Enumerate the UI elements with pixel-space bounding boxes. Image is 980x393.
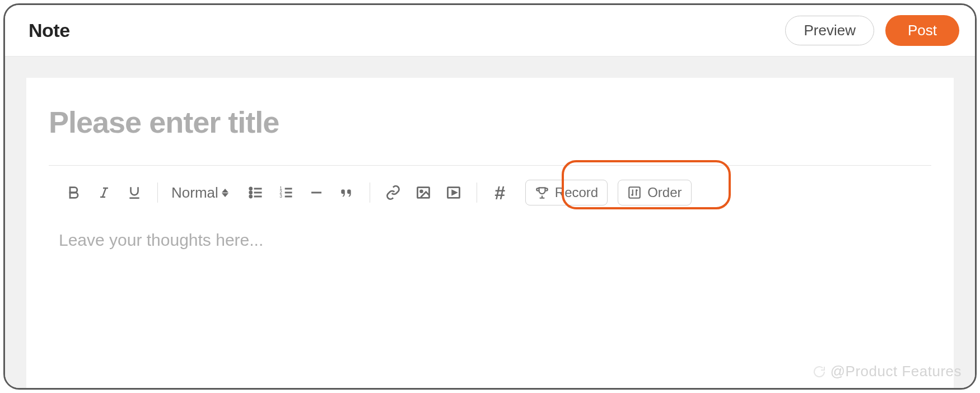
sort-caret-icon <box>222 189 228 197</box>
underline-icon <box>127 184 142 201</box>
content-area: Normal 123 <box>5 57 975 388</box>
insert-group: Record Order <box>525 180 692 205</box>
svg-rect-21 <box>629 187 640 198</box>
numbered-list-icon: 123 <box>277 185 296 200</box>
underline-button[interactable] <box>119 179 150 206</box>
numbered-list-button[interactable]: 123 <box>271 179 301 206</box>
italic-button[interactable] <box>89 179 119 206</box>
hash-icon: # <box>494 182 505 204</box>
video-button[interactable] <box>438 179 469 206</box>
horizontal-rule-button[interactable] <box>301 179 332 206</box>
preview-button[interactable]: Preview <box>785 16 874 45</box>
svg-point-8 <box>250 191 252 194</box>
horizontal-rule-icon <box>308 186 325 199</box>
italic-icon <box>97 184 111 201</box>
bold-icon <box>66 184 82 202</box>
hashtag-button[interactable]: # <box>485 179 515 206</box>
order-icon <box>627 185 642 200</box>
note-editor-window: Note Preview Post <box>3 3 977 390</box>
record-button-label: Record <box>555 185 598 200</box>
editor-toolbar: Normal 123 <box>49 166 931 219</box>
svg-point-18 <box>420 190 422 193</box>
editor-card: Normal 123 <box>26 78 954 388</box>
page-title: Note <box>29 20 70 41</box>
order-button-label: Order <box>647 185 682 200</box>
order-button[interactable]: Order <box>618 180 691 205</box>
quote-button[interactable] <box>332 179 362 206</box>
toolbar-separator <box>157 183 158 203</box>
text-format-select[interactable]: Normal <box>166 184 234 202</box>
video-icon <box>445 185 463 200</box>
toolbar-separator <box>477 183 477 203</box>
image-button[interactable] <box>408 179 438 206</box>
bold-button[interactable] <box>59 179 89 206</box>
svg-point-7 <box>250 188 252 190</box>
record-button[interactable]: Record <box>525 180 608 205</box>
header-bar: Note Preview Post <box>5 5 975 57</box>
trophy-icon <box>535 185 549 200</box>
format-select-label: Normal <box>171 184 218 202</box>
toolbar-separator <box>370 183 370 203</box>
post-button[interactable]: Post <box>885 15 959 46</box>
body-input[interactable] <box>49 219 931 298</box>
svg-text:3: 3 <box>279 194 282 199</box>
svg-point-9 <box>250 195 252 198</box>
bullet-list-icon <box>246 185 265 200</box>
svg-marker-20 <box>452 191 456 195</box>
image-icon <box>414 185 432 200</box>
quote-icon <box>338 185 355 200</box>
bullet-list-button[interactable] <box>241 179 271 206</box>
header-actions: Preview Post <box>785 15 959 46</box>
title-input[interactable] <box>49 105 931 139</box>
link-button[interactable] <box>378 179 408 206</box>
svg-line-2 <box>102 188 106 197</box>
link-icon <box>385 185 402 200</box>
